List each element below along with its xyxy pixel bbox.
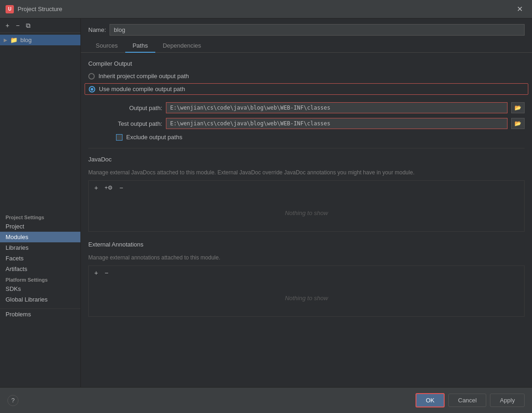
javadoc-list: Nothing to show (88, 195, 525, 232)
exclude-checkbox-row: Exclude output paths (88, 134, 525, 141)
external-annotations-list: Nothing to show (88, 280, 525, 317)
tree-item-label: blog (20, 37, 32, 43)
platform-settings-header: Platform Settings (0, 274, 80, 284)
javadoc-add-special-button[interactable]: +⚙ (103, 184, 115, 192)
apply-button[interactable]: Apply (490, 394, 525, 407)
inherit-option-row: Inherit project compile output path (88, 73, 525, 80)
javadoc-toolbar: + +⚙ − (88, 180, 525, 195)
sidebar-toolbar: + − ⧉ (0, 18, 80, 33)
sidebar-item-artifacts[interactable]: Artifacts (0, 264, 80, 274)
test-output-path-row: Test output path: 📂 (88, 118, 525, 129)
external-annotations-description: Manage external annotations attached to … (88, 253, 525, 262)
external-annotations-toolbar: + − (88, 265, 525, 280)
external-annotations-section: External Annotations Manage external ann… (88, 241, 525, 317)
output-path-row: Output path: 📂 (88, 102, 525, 113)
app-icon: U (6, 5, 14, 13)
chevron-right-icon: ▶ (4, 37, 7, 43)
javadoc-title: JavaDoc (88, 156, 525, 163)
right-panel: Name: Sources Paths Dependencies Compile… (81, 18, 532, 387)
javadoc-remove-button[interactable]: − (117, 184, 125, 192)
title-bar-left: U Project Structure (6, 5, 62, 13)
content-area: Compiler Output Inherit project compile … (81, 53, 532, 387)
use-module-option-row: Use module compile output path (85, 83, 528, 95)
cancel-button[interactable]: Cancel (448, 394, 486, 407)
use-module-label: Use module compile output path (99, 86, 185, 92)
title-bar: U Project Structure ✕ (0, 0, 532, 18)
javadoc-add-button[interactable]: + (92, 184, 100, 192)
remove-module-button[interactable]: − (14, 21, 21, 30)
sidebar-item-sdks[interactable]: SDKs (0, 284, 80, 294)
folder-icon: 📁 (10, 37, 18, 43)
exclude-label: Exclude output paths (126, 134, 182, 141)
sidebar-item-problems[interactable]: Problems (0, 309, 80, 320)
test-output-path-label: Test output path: (107, 120, 162, 127)
sidebar-item-global-libraries[interactable]: Global Libraries (0, 294, 80, 305)
add-module-button[interactable]: + (4, 21, 11, 30)
compiler-output-title: Compiler Output (88, 60, 525, 67)
copy-module-button[interactable]: ⧉ (24, 21, 32, 30)
tab-dependencies[interactable]: Dependencies (155, 39, 208, 53)
javadoc-empty-text: Nothing to show (285, 210, 328, 216)
separator-1 (88, 148, 525, 148)
inherit-label: Inherit project compile output path (98, 73, 189, 80)
bottom-bar: ? OK Cancel Apply (0, 387, 532, 413)
use-module-radio[interactable] (89, 86, 95, 92)
name-row: Name: (81, 18, 532, 39)
ext-ann-remove-button[interactable]: − (103, 269, 110, 277)
sidebar-item-project[interactable]: Project (0, 221, 80, 232)
name-label: Name: (88, 26, 106, 33)
help-button[interactable]: ? (7, 395, 18, 406)
ext-ann-add-button[interactable]: + (92, 269, 100, 277)
tab-sources[interactable]: Sources (88, 39, 125, 53)
sidebar-item-modules[interactable]: Modules (0, 232, 80, 242)
javadoc-description: Manage external JavaDocs attached to thi… (88, 168, 525, 177)
inherit-radio[interactable] (88, 73, 95, 80)
exclude-checkbox[interactable] (116, 134, 122, 141)
project-settings-header: Project Settings (0, 212, 80, 221)
tab-paths[interactable]: Paths (125, 39, 155, 53)
module-tree: ▶ 📁 blog (0, 33, 80, 212)
tree-item-blog[interactable]: ▶ 📁 blog (0, 35, 80, 45)
sidebar-item-libraries[interactable]: Libraries (0, 242, 80, 253)
ext-ann-empty-text: Nothing to show (285, 295, 328, 302)
test-output-path-browse-button[interactable]: 📂 (511, 118, 525, 129)
close-button[interactable]: ✕ (513, 3, 526, 15)
main-content: + − ⧉ ▶ 📁 blog Project Settings Project … (0, 18, 532, 387)
javadoc-section: JavaDoc Manage external JavaDocs attache… (88, 156, 525, 232)
sidebar-item-facets[interactable]: Facets (0, 253, 80, 264)
window-title: Project Structure (18, 6, 62, 12)
test-output-path-input[interactable] (166, 118, 508, 129)
tabs-row: Sources Paths Dependencies (81, 39, 532, 53)
external-annotations-title: External Annotations (88, 241, 525, 248)
output-path-browse-button[interactable]: 📂 (511, 102, 525, 113)
name-input[interactable] (110, 24, 525, 36)
output-path-label: Output path: (107, 105, 162, 111)
output-path-input[interactable] (166, 102, 508, 113)
compiler-output-options: Inherit project compile output path Use … (88, 73, 525, 95)
ok-button[interactable]: OK (416, 393, 445, 407)
